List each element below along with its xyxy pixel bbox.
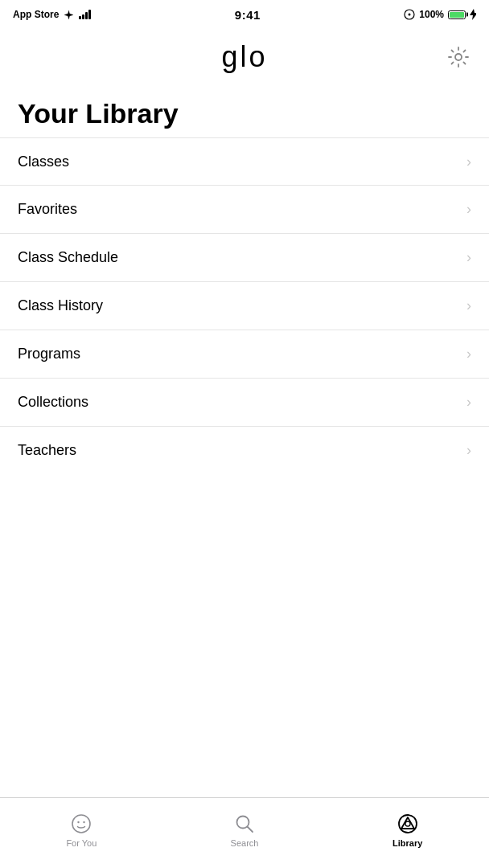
header: glo <box>0 29 489 85</box>
airplane-icon <box>64 10 74 20</box>
svg-point-1 <box>409 14 411 16</box>
menu-item-label: Teachers <box>18 442 76 459</box>
svg-point-2 <box>455 54 462 60</box>
app-logo: glo <box>221 40 267 74</box>
charging-icon <box>470 9 476 20</box>
battery-icon <box>448 10 466 19</box>
svg-point-4 <box>78 821 80 823</box>
chevron-icon: › <box>466 201 471 218</box>
chevron-icon: › <box>466 154 471 170</box>
chevron-icon: › <box>466 249 471 266</box>
menu-item-label: Favorites <box>18 201 77 218</box>
tab-for-you[interactable]: For You <box>0 805 163 848</box>
tab-search[interactable]: Search <box>163 805 327 848</box>
page-title: Your Library <box>0 85 489 137</box>
tab-library[interactable]: Library <box>326 805 489 848</box>
menu-item-label: Class History <box>18 297 103 314</box>
tab-search-label: Search <box>231 838 259 848</box>
status-bar: App Store 9:41 100% <box>0 0 489 29</box>
status-left: App Store <box>13 9 91 20</box>
menu-item-teachers[interactable]: Teachers › <box>0 427 489 468</box>
library-tab-icon <box>397 813 418 834</box>
for-you-icon <box>71 813 92 834</box>
menu-item-class-schedule[interactable]: Class Schedule › <box>0 234 489 282</box>
menu-item-class-history[interactable]: Class History › <box>0 282 489 330</box>
alarm-icon <box>404 9 415 20</box>
status-time: 9:41 <box>235 8 261 22</box>
status-right: 100% <box>404 9 476 20</box>
tab-for-you-label: For You <box>66 838 97 848</box>
menu-item-favorites[interactable]: Favorites › <box>0 186 489 234</box>
tab-bar: For You Search Library <box>0 797 489 868</box>
settings-icon <box>447 46 470 68</box>
menu-item-label: Classes <box>18 154 69 170</box>
search-tab-icon <box>234 813 255 834</box>
app-store-label: App Store <box>13 9 59 20</box>
chevron-icon: › <box>466 346 471 362</box>
svg-point-5 <box>84 821 85 823</box>
menu-item-classes[interactable]: Classes › <box>0 137 489 186</box>
chevron-icon: › <box>466 442 471 459</box>
signal-bars <box>79 10 91 19</box>
svg-marker-9 <box>401 817 414 829</box>
svg-line-7 <box>248 827 253 833</box>
svg-point-3 <box>72 815 90 833</box>
menu-item-label: Collections <box>18 394 88 411</box>
menu-item-label: Class Schedule <box>18 249 118 266</box>
battery-percent: 100% <box>419 9 444 20</box>
menu-item-collections[interactable]: Collections › <box>0 379 489 427</box>
tab-library-label: Library <box>392 838 422 848</box>
chevron-icon: › <box>466 297 471 314</box>
chevron-icon: › <box>466 394 471 411</box>
svg-point-10 <box>405 821 410 826</box>
menu-item-programs[interactable]: Programs › <box>0 330 489 379</box>
content-spacer <box>0 468 489 798</box>
menu-item-label: Programs <box>18 346 80 362</box>
menu-list: Classes › Favorites › Class Schedule › C… <box>0 137 489 468</box>
settings-button[interactable] <box>444 43 473 72</box>
